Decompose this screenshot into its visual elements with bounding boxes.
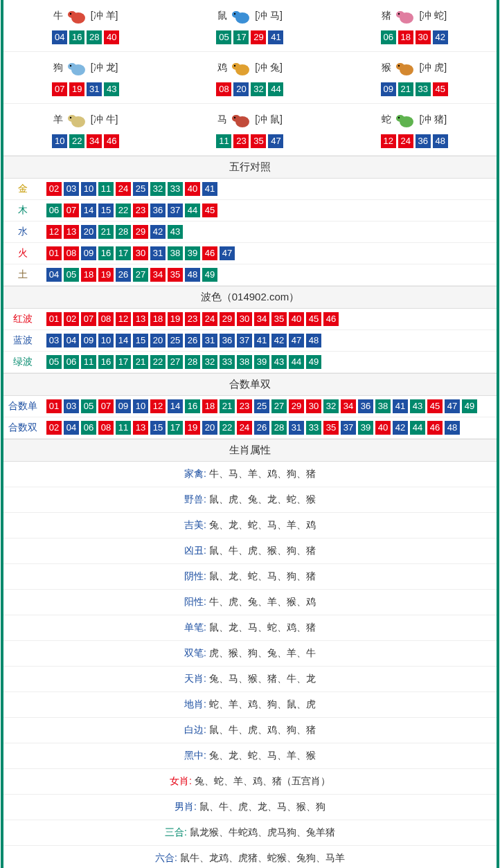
attribute-label: 单笔: — [184, 622, 209, 633]
number-chip: 04 — [46, 268, 62, 282]
data-row: 红波0102070812131819232429303435404546 — [3, 309, 497, 330]
attribute-row: 凶丑: 鼠、牛、虎、猴、狗、猪 — [3, 539, 497, 564]
number-chip: 10 — [133, 399, 148, 413]
wuxing-header: 五行对照 — [3, 156, 497, 179]
zodiac-name: 狗 — [53, 62, 63, 74]
number-chip: 27 — [271, 399, 287, 413]
attribute-value: 鼠、龙、蛇、马、狗、猪 — [209, 570, 316, 581]
svg-point-23 — [234, 117, 235, 118]
number-chip: 47 — [445, 399, 460, 413]
number-chip: 16 — [98, 355, 114, 369]
heshu-header: 合数单双 — [3, 373, 497, 396]
number-chip: 01 — [46, 399, 62, 413]
number-chip: 03 — [64, 399, 79, 413]
number-chip: 21 — [98, 225, 114, 239]
number-chip: 09 — [381, 82, 396, 96]
attribute-value: 鼠、龙、马、蛇、鸡、猪 — [209, 622, 316, 633]
number-chip: 25 — [168, 334, 183, 347]
attribute-label: 吉美: — [184, 519, 209, 530]
number-chip: 20 — [150, 334, 166, 347]
svg-point-26 — [398, 117, 400, 118]
number-chip: 21 — [220, 399, 235, 413]
row-label: 红波 — [3, 313, 42, 325]
attribute-row: 家禽: 牛、马、羊、鸡、狗、猪 — [3, 462, 497, 487]
number-chip: 30 — [306, 399, 321, 413]
number-chip: 30 — [237, 312, 252, 326]
zodiac-title-line: 鼠[冲 马] — [168, 4, 332, 28]
number-chip: 22 — [150, 355, 166, 369]
attribute-row: 男肖: 鼠、牛、虎、龙、马、猴、狗 — [3, 795, 497, 820]
number-chip: 18 — [398, 30, 413, 44]
number-chip: 49 — [202, 268, 217, 282]
attribute-row: 野兽: 鼠、虎、兔、龙、蛇、猴 — [3, 487, 497, 513]
number-chip: 29 — [220, 312, 235, 326]
number-chip: 44 — [268, 82, 283, 96]
number-chip: 33 — [306, 421, 321, 435]
number-chip: 46 — [427, 421, 443, 435]
number-chip: 43 — [410, 399, 425, 413]
row-numbers: 0204060811131517192022242628313335373940… — [42, 421, 460, 435]
number-chip: 10 — [98, 334, 114, 347]
svg-point-19 — [68, 115, 76, 122]
number-chip: 13 — [133, 312, 148, 326]
number-chip: 47 — [289, 334, 304, 347]
row-label: 蓝波 — [3, 334, 42, 347]
attribute-row: 白边: 鼠、牛、虎、鸡、狗、猪 — [3, 718, 497, 743]
attribute-row: 女肖: 兔、蛇、羊、鸡、猪（五宫肖） — [3, 769, 497, 795]
number-chip: 41 — [254, 334, 269, 347]
attribute-value: 鼠、虎、兔、龙、蛇、猴 — [209, 494, 316, 505]
number-chip: 21 — [398, 82, 413, 96]
zodiac-title-line: 马[冲 鼠] — [168, 108, 332, 132]
number-chip: 40 — [104, 30, 119, 44]
shuxing-section: 家禽: 牛、马、羊、鸡、狗、猪野兽: 鼠、虎、兔、龙、蛇、猴吉美: 兔、龙、蛇、… — [3, 462, 497, 868]
number-chip: 24 — [116, 182, 131, 196]
attribute-label: 六合: — [155, 852, 180, 863]
zodiac-conflict: [冲 兔] — [255, 62, 283, 74]
attribute-row: 双笔: 虎、猴、狗、兔、羊、牛 — [3, 641, 497, 667]
main-container: 牛[冲 羊]04162840鼠[冲 马]05172941猪[冲 蛇]061830… — [1, 0, 499, 868]
number-chip: 14 — [116, 334, 131, 347]
number-chip: 23 — [133, 204, 148, 217]
number-chip: 28 — [116, 225, 131, 239]
number-chip: 22 — [69, 134, 84, 148]
number-chip: 17 — [116, 246, 131, 260]
attribute-label: 男肖: — [175, 801, 199, 812]
attribute-value: 兔、蛇、羊、鸡、猪（五宫肖） — [195, 775, 330, 786]
number-chip: 48 — [185, 268, 200, 282]
row-numbers: 0103050709101214161821232527293032343638… — [42, 399, 477, 413]
number-chip: 41 — [268, 30, 283, 44]
zodiac-name: 羊 — [53, 114, 63, 126]
number-chip: 31 — [150, 246, 166, 260]
number-chip: 08 — [64, 246, 79, 260]
number-chip: 32 — [202, 355, 217, 369]
number-chip: 35 — [251, 134, 266, 148]
number-chip: 11 — [216, 134, 231, 148]
number-chip: 48 — [306, 334, 321, 347]
number-chip: 04 — [52, 30, 67, 44]
data-row: 火0108091617303138394647 — [3, 243, 497, 264]
shuxing-header: 生肖属性 — [3, 439, 497, 462]
zodiac-title-line: 鸡[冲 兔] — [168, 56, 332, 80]
row-label: 木 — [3, 204, 42, 217]
row-numbers: 04051819262734354849 — [42, 268, 217, 282]
number-chip: 45 — [306, 312, 321, 326]
data-row: 木06071415222336374445 — [3, 200, 497, 221]
attribute-label: 三合: — [165, 826, 190, 838]
attribute-label: 天肖: — [184, 673, 209, 684]
attribute-value: 鼠、牛、虎、龙、马、猴、狗 — [199, 801, 325, 812]
svg-point-10 — [68, 63, 76, 70]
zodiac-conflict: [冲 龙] — [91, 62, 118, 74]
number-chip: 14 — [81, 204, 96, 217]
attribute-value: 虎、猴、狗、兔、羊、牛 — [209, 647, 316, 658]
attribute-value: 兔、龙、蛇、马、羊、猴 — [209, 750, 316, 761]
zodiac-icon — [393, 6, 418, 26]
attribute-label: 女肖: — [170, 775, 195, 786]
number-chip: 15 — [133, 334, 148, 347]
zodiac-name: 鸡 — [217, 62, 227, 74]
number-chip: 48 — [433, 134, 448, 148]
number-chip: 06 — [381, 30, 396, 44]
number-chip: 38 — [237, 355, 252, 369]
attribute-row: 地肖: 蛇、羊、鸡、狗、鼠、虎 — [3, 692, 497, 718]
number-chip: 19 — [98, 268, 114, 282]
zodiac-name: 猪 — [382, 10, 391, 22]
